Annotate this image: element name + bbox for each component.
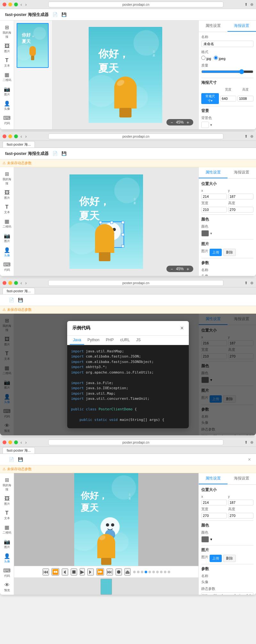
maximize-button-3[interactable] (14, 281, 18, 285)
minimize-button-2[interactable] (8, 134, 12, 138)
tab-poster-4[interactable]: 海报设置 (228, 473, 256, 484)
url-bar-3[interactable]: poster.prodapi.cn (48, 280, 223, 286)
code-tab-js[interactable]: JS (133, 336, 144, 345)
back-button-2[interactable]: ‹ (20, 134, 23, 139)
poster-preview-4[interactable]: 立 夏 你好， 夏天 (74, 473, 138, 566)
minimize-button[interactable] (8, 3, 12, 6)
color-dropdown-2[interactable]: ▾ (210, 231, 212, 236)
skip-end-button[interactable]: ⏭ (107, 568, 113, 576)
static-param-4[interactable]: https://poster.prodapi.cn/static/images/… (201, 592, 253, 595)
size-preset-button[interactable]: 常规尺寸▾ (201, 93, 219, 104)
tab-attr-4[interactable]: 属性设置 (199, 473, 228, 484)
code-tab-python[interactable]: Python (84, 336, 102, 345)
save-icon-2[interactable]: 📄 (52, 151, 58, 156)
format-jpeg-radio[interactable] (214, 56, 218, 60)
sidebar-item-code[interactable]: ⌨ 代码 (0, 114, 14, 127)
tab-poster-2[interactable]: 海报设置 (228, 167, 256, 178)
sidebar-item-code-2[interactable]: ⌨ 代码 (0, 260, 14, 274)
back-button-4[interactable]: ‹ (20, 440, 23, 445)
browser-tab-3[interactable]: fast-poster 海... (3, 288, 35, 294)
sidebar-item-qrcode-4[interactable]: ▦ 二维码 (0, 523, 14, 537)
close-button-3[interactable] (3, 281, 6, 285)
quality-slider[interactable] (201, 69, 253, 74)
back-button[interactable]: ‹ (20, 2, 23, 7)
close-x-icon-4[interactable]: × (248, 457, 251, 463)
zoom-out-button-2[interactable]: － (170, 267, 174, 271)
tab-poster-1[interactable]: 海报设置 (228, 20, 256, 32)
play-button[interactable]: ▶ (80, 568, 85, 576)
forward-button-3[interactable]: › (25, 280, 28, 286)
new-tab-icon-3[interactable]: ⊕ (250, 281, 253, 285)
new-tab-icon-4[interactable]: ⊕ (250, 440, 253, 445)
bg-color-dropdown[interactable]: ▾ (210, 123, 212, 127)
sidebar-item-image-2[interactable]: 🖼 图片 (0, 188, 14, 202)
sidebar-item-preview-4[interactable]: 👁 预览 (0, 581, 14, 594)
x-input[interactable] (201, 194, 227, 199)
image-upload-4[interactable]: 上传 (210, 555, 222, 562)
code-tab-curl[interactable]: cURL (117, 336, 133, 345)
sidebar-item-avatar-4[interactable]: 👤 头像 (0, 552, 14, 566)
sidebar-item-preview-2[interactable]: 👁 预览 (0, 275, 14, 276)
close-button-4[interactable] (3, 440, 6, 444)
browser-tab-4[interactable]: fast-poster 海... (3, 447, 35, 454)
format-jpg-radio[interactable] (201, 56, 205, 60)
share-icon-3[interactable]: ⬆ (244, 281, 248, 285)
color-dd-4[interactable]: ▾ (210, 537, 212, 542)
url-bar-2[interactable]: poster.prodapi.cn (48, 133, 223, 139)
sidebar-item-qrcode-2[interactable]: ▦ 二维码 (0, 217, 14, 231)
new-tab-icon[interactable]: ⊕ (250, 2, 253, 7)
zoom-in-button-2[interactable]: ＋ (186, 267, 190, 271)
sidebar-item-text-4[interactable]: T 文本 (0, 509, 14, 522)
x-input-4[interactable] (201, 500, 227, 505)
dot-1[interactable] (133, 571, 136, 573)
maximize-button-4[interactable] (14, 440, 18, 444)
dot-6[interactable] (152, 571, 155, 573)
sidebar-item-image-4[interactable]: 🖼 图片 (0, 494, 14, 508)
save-icon[interactable]: 📄 (52, 12, 58, 17)
sidebar-item-avatar[interactable]: 👤 头像 (0, 99, 14, 113)
name-input[interactable] (201, 41, 253, 47)
skip-start-button[interactable]: ⏮ (43, 568, 49, 576)
fast-fwd-button[interactable]: ⏩ (96, 568, 104, 576)
image-upload-button-2[interactable]: 上传 (210, 249, 222, 256)
minimize-button-4[interactable] (8, 440, 12, 444)
dot-10[interactable] (168, 571, 170, 573)
color-swatch-4[interactable] (201, 536, 209, 543)
frame-back-button[interactable]: ⏴ (62, 568, 68, 576)
bg-color-swatch[interactable] (201, 122, 209, 128)
close-button[interactable] (3, 3, 6, 6)
height-input-2[interactable] (228, 207, 254, 213)
w-input-4[interactable] (201, 513, 227, 519)
sidebar-item-my-poster-2[interactable]: ⊞ 我的海报 (0, 170, 14, 188)
sidebar-item-photo-4[interactable]: 📷 图片 (0, 537, 14, 551)
share-icon-2[interactable]: ⬆ (244, 134, 248, 139)
modal-close-button[interactable]: × (180, 325, 184, 332)
dot-4[interactable] (145, 571, 147, 573)
color-swatch-2[interactable] (201, 230, 209, 237)
sidebar-item-code-4[interactable]: ⌨ 代码 (0, 566, 14, 580)
browser-tab-2[interactable]: fast-poster 海... (3, 141, 35, 148)
sidebar-item-qrcode[interactable]: ▦ 二维码 (0, 70, 14, 84)
y-input[interactable] (228, 194, 254, 199)
new-tab-icon-2[interactable]: ⊕ (250, 134, 253, 139)
dot-5[interactable] (148, 571, 151, 573)
dot-8[interactable] (160, 571, 163, 573)
forward-button-4[interactable]: › (25, 440, 28, 445)
code-tab-java[interactable]: Java (70, 336, 84, 345)
strip-thumb-1[interactable] (100, 579, 112, 595)
sidebar-item-my-poster-4[interactable]: ⊞ 我的海报 (0, 476, 14, 494)
maximize-button[interactable] (14, 3, 18, 6)
rewind-button[interactable]: ⏪ (52, 568, 59, 576)
url-bar-1[interactable]: poster.prodapi.cn (48, 2, 223, 7)
record-button[interactable]: ⏺ (116, 568, 122, 576)
forward-button[interactable]: › (25, 2, 28, 7)
dot-7[interactable] (156, 571, 159, 573)
zoom-out-button-1[interactable]: － (170, 120, 174, 125)
width-input[interactable] (220, 96, 236, 101)
zoom-in-button-1[interactable]: ＋ (186, 120, 190, 125)
share-icon-4[interactable]: ⬆ (244, 440, 248, 445)
sidebar-item-text-2[interactable]: T 文本 (0, 203, 14, 216)
sidebar-item-photo[interactable]: 📷 图片 (0, 85, 14, 99)
image-clear-button-2[interactable]: 删除 (223, 249, 236, 256)
export-icon-2[interactable]: 💾 (61, 151, 67, 156)
